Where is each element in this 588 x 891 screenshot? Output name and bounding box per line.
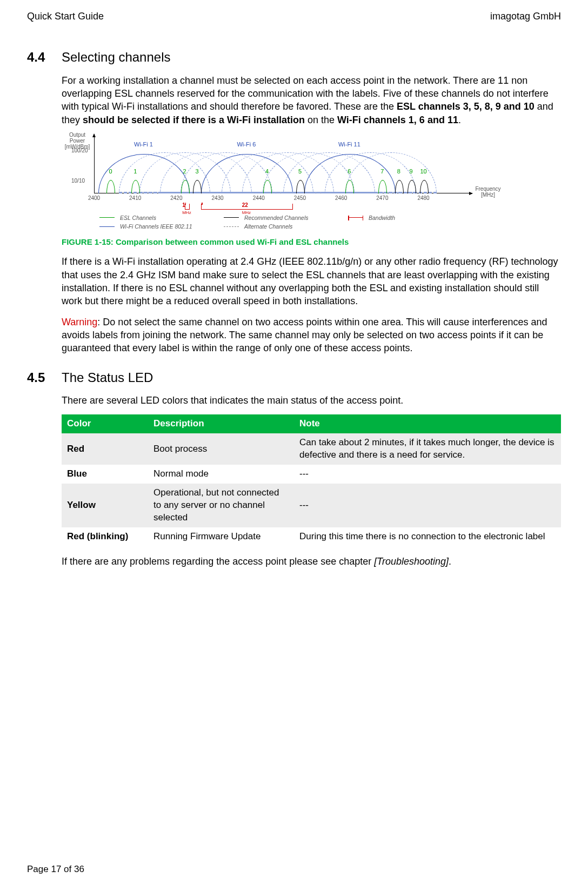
sec45-intro: There are several LED colors that indica…: [62, 394, 561, 407]
cell-description: Boot process: [148, 433, 294, 465]
esl-channel-label: 8: [397, 168, 400, 176]
x-tick: 2400: [88, 195, 100, 202]
x-tick: 2470: [376, 195, 388, 202]
section-title: The Status LED: [62, 369, 153, 386]
channel-comparison-chart: Output Power [mW/dBm] 100/20 10/10 Frequ…: [94, 134, 472, 210]
bandwidth-label: 22MHz: [242, 202, 251, 216]
y-tick-100-20: 100/20: [71, 147, 88, 155]
table-row: YellowOperational, but not connected to …: [62, 484, 561, 527]
bandwidth-label: 1MHz: [182, 202, 191, 216]
th-description: Description: [148, 414, 294, 433]
x-tick: 2450: [294, 195, 306, 202]
esl-channel-label: 4: [265, 168, 269, 176]
esl-channel-label: 10: [420, 168, 426, 176]
warning-label: Warning: [62, 317, 97, 327]
page-header: Quick Start Guide imagotag GmbH: [27, 10, 561, 23]
page-footer: Page 17 of 36: [27, 863, 84, 876]
wifi-channel-label: Wi-Fi 6: [237, 140, 256, 149]
cell-color: Red: [62, 433, 148, 465]
legend-wifi: Wi-Fi Channels IEEE 802.11: [99, 223, 224, 230]
esl-channel-label: 2: [183, 168, 186, 176]
section-4-5-heading: 4.5 The Status LED: [27, 369, 561, 386]
x-tick: 2440: [253, 195, 265, 202]
table-row: Red (blinking)Running Firmware UpdateDur…: [62, 527, 561, 546]
esl-channel-label: 3: [195, 168, 198, 176]
esl-channel-label: 5: [298, 168, 302, 176]
cell-color: Blue: [62, 465, 148, 484]
cell-note: ---: [294, 465, 561, 484]
cell-note: Can take about 2 minutes, if it takes mu…: [294, 433, 561, 465]
section-title: Selecting channels: [62, 49, 170, 66]
cell-color: Yellow: [62, 484, 148, 527]
legend-bandwidth: Bandwidth: [348, 214, 445, 222]
th-note: Note: [294, 414, 561, 433]
legend-alternate: Alternate Channels: [224, 223, 348, 230]
y-tick-10-10: 10/10: [71, 177, 85, 185]
header-right: imagotag GmbH: [490, 10, 561, 23]
esl-channel-label: 1: [133, 168, 137, 176]
cell-description: Operational, but not connected to any se…: [148, 484, 294, 527]
y-axis-arrow-icon: [92, 133, 96, 137]
esl-channel-label: 9: [410, 168, 413, 176]
cell-note: ---: [294, 484, 561, 527]
table-row: RedBoot processCan take about 2 minutes,…: [62, 433, 561, 465]
section-number: 4.4: [27, 49, 52, 66]
wifi-channel-label: Wi-Fi 1: [134, 140, 153, 149]
figure-caption: FIGURE 1-15: Comparison between common u…: [62, 237, 561, 247]
x-tick: 2460: [335, 195, 347, 202]
legend-esl: ESL Channels: [99, 214, 224, 222]
sec44-para-3: Warning: Do not select the same channel …: [62, 316, 561, 355]
table-row: BlueNormal mode---: [62, 465, 561, 484]
section-4-4-heading: 4.4 Selecting channels: [27, 49, 561, 66]
chart-legend: ESL Channels Recommended Channels Bandwi…: [99, 214, 472, 230]
table-header-row: Color Description Note: [62, 414, 561, 433]
x-tick: 2420: [170, 195, 182, 202]
th-color: Color: [62, 414, 148, 433]
wifi-channel-label: Wi-Fi 11: [338, 140, 360, 149]
cell-color: Red (blinking): [62, 527, 148, 546]
sec45-outro: If there are any problems regarding the …: [62, 555, 561, 568]
sec44-para-2: If there is a Wi-Fi installation operati…: [62, 255, 561, 307]
y-axis-line: [94, 134, 95, 193]
esl-channel-label: 7: [380, 168, 384, 176]
status-led-table: Color Description Note RedBoot processCa…: [62, 414, 561, 546]
esl-channel-label: 0: [109, 168, 112, 176]
x-tick: 2410: [129, 195, 141, 202]
esl-channel-label: 6: [348, 168, 351, 176]
sec44-para-1: For a working installation a channel mus…: [62, 74, 561, 126]
cell-note: During this time there is no connection …: [294, 527, 561, 546]
header-left: Quick Start Guide: [27, 10, 104, 23]
x-tick: 2430: [211, 195, 223, 202]
section-number: 4.5: [27, 369, 52, 386]
x-axis-arrow-icon: [469, 192, 473, 195]
cell-description: Running Firmware Update: [148, 527, 294, 546]
x-tick: 2480: [417, 195, 429, 202]
channel-comparison-figure: Output Power [mW/dBm] 100/20 10/10 Frequ…: [62, 134, 472, 230]
cell-description: Normal mode: [148, 465, 294, 484]
x-axis-label: Frequency [MHz]: [473, 186, 503, 198]
